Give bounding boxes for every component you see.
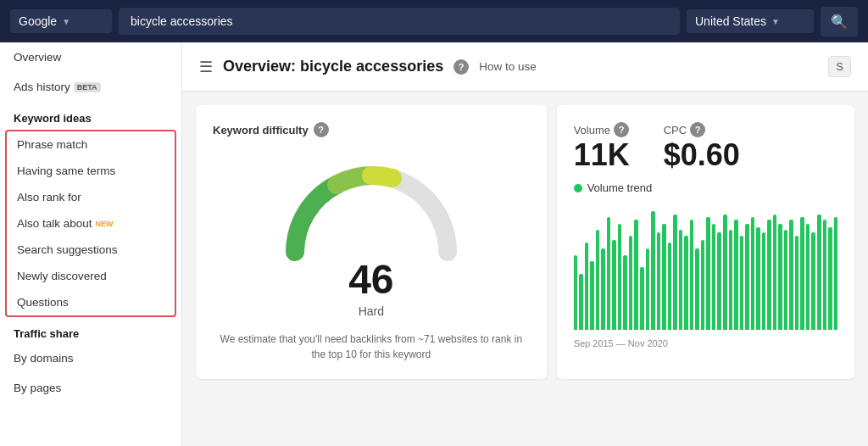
bar-chart-bar bbox=[651, 211, 655, 330]
bar-chart-bar bbox=[679, 230, 683, 330]
sidebar-item-also-talk-about[interactable]: Also talk about NEW bbox=[7, 210, 175, 237]
how-to-use-link[interactable]: How to use bbox=[479, 60, 537, 73]
gauge-container: 46 Hard bbox=[213, 154, 530, 318]
traffic-share-header: Traffic share bbox=[0, 319, 181, 343]
bar-chart-bar bbox=[634, 220, 638, 330]
bar-chart-bar bbox=[662, 224, 666, 330]
sidebar-item-overview[interactable]: Overview bbox=[0, 42, 181, 72]
bar-chart-bar bbox=[806, 224, 810, 330]
bar-chart-bar bbox=[778, 224, 782, 330]
bar-chart-bar bbox=[823, 220, 827, 330]
bar-chart-bar bbox=[695, 248, 699, 330]
bar-chart-bar bbox=[817, 215, 821, 330]
bar-chart-bar bbox=[745, 224, 749, 330]
bar-chart-bar bbox=[579, 274, 583, 330]
bar-chart-bar bbox=[668, 243, 672, 330]
country-label: United States bbox=[695, 14, 766, 28]
sidebar-item-ads-history[interactable]: Ads history BETA bbox=[0, 72, 181, 102]
cpc-help-icon[interactable]: ? bbox=[690, 122, 705, 137]
kd-help-icon[interactable]: ? bbox=[314, 122, 329, 137]
engine-selector[interactable]: Google ▼ bbox=[10, 9, 112, 33]
bar-chart-bar bbox=[601, 248, 605, 330]
content-area: ☰ Overview: bicycle accessories ? How to… bbox=[182, 42, 868, 446]
chart-date-range: Sep 2015 — Nov 2020 bbox=[574, 338, 837, 348]
bar-chart-bar bbox=[729, 230, 733, 330]
bar-chart-bar bbox=[811, 232, 815, 330]
bar-chart-bar bbox=[607, 217, 611, 330]
hamburger-icon[interactable]: ☰ bbox=[199, 58, 213, 76]
bar-chart bbox=[574, 206, 837, 333]
search-icon: 🔍 bbox=[831, 14, 848, 29]
kd-card-title: Keyword difficulty ? bbox=[213, 122, 530, 137]
bar-chart-bar bbox=[596, 230, 600, 330]
bar-chart-bar bbox=[762, 232, 766, 330]
gauge-label: Hard bbox=[359, 304, 384, 318]
volume-value: 11K bbox=[574, 137, 630, 173]
sidebar: Overview Ads history BETA Keyword ideas … bbox=[0, 42, 182, 446]
bar-chart-bar bbox=[756, 227, 760, 330]
trend-label: Volume trend bbox=[587, 181, 653, 194]
bar-chart-bar bbox=[701, 240, 705, 330]
sidebar-item-by-pages[interactable]: By pages bbox=[0, 373, 181, 403]
keyword-difficulty-card: Keyword difficulty ? 46 bbox=[196, 105, 547, 379]
bar-chart-bar bbox=[585, 243, 589, 330]
volume-help-icon[interactable]: ? bbox=[614, 122, 629, 137]
bar-chart-bar bbox=[673, 215, 677, 330]
bar-chart-bar bbox=[734, 220, 738, 330]
bar-chart-bar bbox=[828, 227, 832, 330]
search-button[interactable]: 🔍 bbox=[821, 7, 858, 36]
volume-metric: Volume ? 11K bbox=[574, 122, 630, 173]
bar-chart-bar bbox=[712, 224, 716, 330]
gauge-value: 46 bbox=[348, 256, 393, 303]
engine-label: Google bbox=[19, 14, 57, 28]
sidebar-item-phrase-match[interactable]: Phrase match bbox=[7, 131, 175, 158]
bar-chart-bar bbox=[773, 215, 777, 330]
engine-chevron-icon: ▼ bbox=[62, 17, 70, 26]
bar-chart-bar bbox=[657, 232, 661, 330]
sidebar-item-questions[interactable]: Questions bbox=[7, 289, 175, 315]
keyword-ideas-box: Phrase match Having same terms Also rank… bbox=[5, 130, 176, 317]
volume-label: Volume ? bbox=[574, 122, 630, 137]
cards-row: Keyword difficulty ? 46 bbox=[182, 92, 868, 393]
sidebar-item-search-suggestions[interactable]: Search suggestions bbox=[7, 237, 175, 263]
top-bar: Google ▼ United States ▼ 🔍 bbox=[0, 0, 868, 42]
bar-chart-bar bbox=[751, 217, 755, 330]
bar-chart-bar bbox=[740, 236, 744, 330]
cpc-metric: CPC ? $0.60 bbox=[664, 122, 740, 173]
sidebar-item-by-domains[interactable]: By domains bbox=[0, 343, 181, 373]
bar-chart-bar bbox=[784, 230, 788, 330]
bar-chart-bar bbox=[612, 240, 616, 330]
search-input[interactable] bbox=[119, 8, 680, 35]
bar-chart-bar bbox=[623, 255, 627, 330]
bar-chart-bar bbox=[618, 224, 622, 330]
overview-header: ☰ Overview: bicycle accessories ? How to… bbox=[182, 42, 868, 92]
sidebar-item-also-rank-for[interactable]: Also rank for bbox=[7, 184, 175, 210]
cpc-label: CPC ? bbox=[664, 122, 740, 137]
bar-chart-bar bbox=[640, 267, 644, 330]
overview-title: Overview: bicycle accessories bbox=[223, 58, 443, 75]
trend-dot-icon bbox=[574, 184, 582, 192]
bar-chart-bar bbox=[834, 217, 838, 330]
country-selector[interactable]: United States ▼ bbox=[687, 9, 814, 33]
bar-chart-bar bbox=[767, 220, 771, 330]
metrics-row: Volume ? 11K CPC ? $0.60 bbox=[574, 122, 837, 173]
bar-chart-bar bbox=[574, 255, 578, 330]
sidebar-item-having-same-terms[interactable]: Having same terms bbox=[7, 158, 175, 184]
country-chevron-icon: ▼ bbox=[771, 17, 780, 26]
bar-chart-bar bbox=[646, 248, 650, 330]
kd-note: We estimate that you'll need backlinks f… bbox=[213, 332, 530, 362]
bar-chart-bar bbox=[706, 217, 710, 330]
cpc-value: $0.60 bbox=[664, 137, 740, 173]
volume-trend: Volume trend bbox=[574, 181, 837, 194]
sidebar-item-newly-discovered[interactable]: Newly discovered bbox=[7, 263, 175, 289]
overview-search-icon[interactable]: S bbox=[828, 56, 851, 77]
bar-chart-bar bbox=[629, 236, 633, 330]
bar-chart-bar bbox=[795, 236, 799, 330]
bar-chart-bar bbox=[590, 261, 594, 330]
keyword-ideas-header: Keyword ideas bbox=[0, 103, 181, 128]
ads-history-badge: BETA bbox=[74, 82, 101, 92]
volume-card: Volume ? 11K CPC ? $0.60 bbox=[557, 105, 854, 379]
help-icon[interactable]: ? bbox=[453, 59, 469, 75]
bar-chart-bar bbox=[800, 217, 804, 330]
bar-chart-bar bbox=[789, 220, 793, 330]
